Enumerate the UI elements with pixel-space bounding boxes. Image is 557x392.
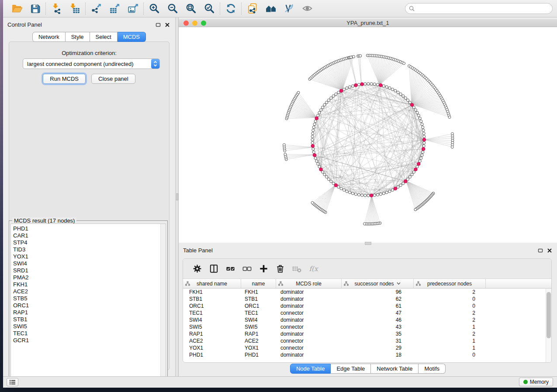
cell-successor-nodes[interactable]: 47 bbox=[342, 310, 414, 316]
graph-node[interactable] bbox=[311, 141, 314, 144]
graph-node[interactable] bbox=[416, 165, 419, 168]
graph-node[interactable] bbox=[420, 157, 422, 159]
graph-node[interactable] bbox=[394, 89, 397, 92]
graph-node[interactable] bbox=[318, 111, 321, 114]
import-network-icon[interactable] bbox=[47, 2, 66, 15]
run-mcds-button[interactable]: Run MCDS bbox=[43, 74, 86, 84]
mcds-result-node[interactable]: TEC1 bbox=[13, 330, 160, 337]
graph-node[interactable] bbox=[317, 162, 319, 165]
graph-node[interactable] bbox=[420, 120, 422, 123]
table-row[interactable]: FKH1FKH1dominator962 bbox=[183, 289, 551, 296]
cell-successor-nodes[interactable]: 96 bbox=[342, 289, 414, 295]
cell-successor-nodes[interactable]: 61 bbox=[342, 303, 414, 309]
cell-predecessor-nodes[interactable]: 2 bbox=[414, 310, 486, 316]
table-row[interactable]: PHD1PHD1dominator180 bbox=[183, 351, 551, 358]
mcds-result-node[interactable]: PMA2 bbox=[13, 274, 160, 281]
cell-shared-name[interactable]: ACE2 bbox=[183, 338, 241, 344]
graph-node[interactable] bbox=[451, 146, 453, 148]
graph-node[interactable] bbox=[314, 120, 317, 123]
mcds-result-list[interactable]: PHD1CAR1STP4TID3YOX1SWI4SRD1PMA2FKH1ACE2… bbox=[11, 224, 160, 381]
column-header-MCDS-role[interactable]: MCDS role bbox=[276, 279, 342, 288]
graph-node[interactable] bbox=[340, 187, 343, 190]
mcds-result-node[interactable]: CAR1 bbox=[13, 232, 160, 239]
mcds-result-node[interactable]: FKH1 bbox=[13, 281, 160, 288]
search-input[interactable] bbox=[417, 6, 549, 12]
graph-node[interactable] bbox=[423, 141, 426, 144]
cell-name[interactable]: ACE2 bbox=[241, 338, 276, 344]
cell-shared-name[interactable]: SWI5 bbox=[183, 324, 241, 330]
mcds-hub-node[interactable] bbox=[422, 138, 426, 141]
export-table-icon[interactable] bbox=[105, 2, 124, 15]
table-scrollbar[interactable] bbox=[546, 289, 551, 363]
graph-node[interactable] bbox=[330, 180, 332, 182]
graph-node[interactable] bbox=[358, 193, 360, 196]
cell-successor-nodes[interactable]: 62 bbox=[342, 296, 414, 302]
mcds-hub-node[interactable] bbox=[315, 117, 318, 120]
cell-shared-name[interactable]: SWI4 bbox=[183, 317, 241, 323]
graph-node[interactable] bbox=[323, 103, 326, 106]
mcds-hub-node[interactable] bbox=[360, 83, 364, 86]
cell-shared-name[interactable]: RAP1 bbox=[183, 331, 241, 337]
graph-node[interactable] bbox=[361, 194, 363, 196]
graph-node[interactable] bbox=[385, 191, 388, 194]
cell-predecessor-nodes[interactable]: 0 bbox=[414, 352, 486, 358]
graph-node[interactable] bbox=[314, 157, 317, 159]
save-session-icon[interactable] bbox=[26, 2, 44, 15]
close-panel-icon[interactable] bbox=[165, 22, 170, 28]
mcds-hub-node[interactable] bbox=[334, 184, 338, 187]
graph-node[interactable] bbox=[399, 184, 402, 186]
houses-icon[interactable] bbox=[261, 2, 280, 15]
graph-node[interactable] bbox=[335, 93, 337, 96]
cell-successor-nodes[interactable]: 43 bbox=[342, 324, 414, 330]
cell-MCDS-role[interactable]: dominator bbox=[276, 303, 342, 309]
cell-successor-nodes[interactable]: 35 bbox=[342, 331, 414, 337]
network-graph[interactable] bbox=[179, 27, 557, 243]
graph-node[interactable] bbox=[423, 135, 426, 138]
mcds-hub-node[interactable] bbox=[414, 168, 418, 171]
search-box[interactable] bbox=[405, 3, 553, 14]
cell-MCDS-role[interactable]: connector bbox=[276, 345, 342, 351]
graph-node[interactable] bbox=[350, 56, 353, 58]
cell-predecessor-nodes[interactable]: 2 bbox=[414, 289, 486, 295]
graph-node[interactable] bbox=[359, 55, 362, 57]
graph-node[interactable] bbox=[353, 55, 355, 58]
graph-node[interactable] bbox=[399, 93, 402, 96]
mcds-result-node[interactable]: TID3 bbox=[13, 246, 160, 253]
graph-node[interactable] bbox=[363, 223, 366, 225]
graph-node[interactable] bbox=[320, 109, 322, 111]
open-file-icon[interactable] bbox=[7, 2, 26, 15]
mcds-hub-node[interactable] bbox=[354, 83, 358, 87]
mcds-result-node[interactable]: RAP1 bbox=[13, 309, 160, 316]
graph-node[interactable] bbox=[312, 129, 315, 132]
select-all-icon[interactable] bbox=[222, 263, 239, 275]
graph-node[interactable] bbox=[315, 160, 318, 162]
graph-node[interactable] bbox=[313, 123, 316, 126]
graph-node[interactable] bbox=[346, 190, 348, 193]
mcds-hub-node[interactable] bbox=[410, 103, 414, 107]
graph-node[interactable] bbox=[312, 148, 315, 150]
graph-node[interactable] bbox=[391, 88, 394, 91]
mcds-result-node[interactable]: YOX1 bbox=[13, 253, 160, 260]
cell-MCDS-role[interactable]: dominator bbox=[276, 317, 342, 323]
graphics-details-icon[interactable] bbox=[280, 2, 298, 15]
cell-MCDS-role[interactable]: connector bbox=[276, 310, 342, 316]
graph-node[interactable] bbox=[327, 99, 330, 101]
cell-MCDS-role[interactable]: dominator bbox=[276, 296, 342, 302]
graph-node[interactable] bbox=[414, 109, 417, 111]
unselect-all-icon[interactable] bbox=[239, 263, 255, 275]
graph-node[interactable] bbox=[323, 173, 326, 176]
graph-node[interactable] bbox=[397, 186, 399, 188]
cell-MCDS-role[interactable]: dominator bbox=[276, 331, 342, 337]
mcds-hub-node[interactable] bbox=[319, 168, 323, 171]
graph-node[interactable] bbox=[373, 83, 376, 86]
cell-MCDS-role[interactable]: connector bbox=[276, 338, 342, 344]
tab-network-table[interactable]: Network Table bbox=[371, 364, 419, 374]
float-panel-icon[interactable] bbox=[538, 248, 543, 253]
graph-node[interactable] bbox=[318, 165, 321, 168]
graph-node[interactable] bbox=[354, 193, 357, 196]
table-row[interactable]: ACE2ACE2connector311 bbox=[183, 337, 551, 344]
mcds-result-node[interactable]: GCR1 bbox=[13, 337, 160, 344]
graph-node[interactable] bbox=[416, 111, 419, 114]
cell-successor-nodes[interactable]: 31 bbox=[342, 338, 414, 344]
zoom-fit-icon[interactable] bbox=[182, 2, 200, 15]
